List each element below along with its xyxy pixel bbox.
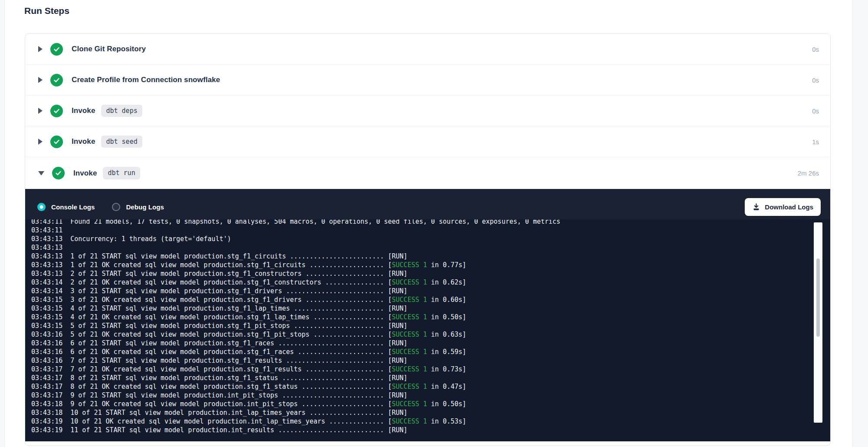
check-circle-icon — [50, 105, 63, 117]
step-label: Clone Git Repository — [72, 45, 146, 53]
page-left-gutter — [0, 0, 5, 447]
log-message: 9 of 21 START sql view model production.… — [70, 391, 408, 399]
code-badge: dbt seed — [101, 136, 142, 148]
download-logs-button[interactable]: Download Logs — [745, 198, 821, 216]
chevron-down-icon[interactable] — [38, 171, 44, 175]
log-line: 03:43:142 of 21 OK created sql view mode… — [31, 278, 830, 287]
log-timestamp: 03:43:13 — [31, 270, 62, 278]
log-line: 03:43:1911 of 21 START sql view model pr… — [31, 426, 830, 434]
log-message-tail: in 0.63s] — [427, 331, 466, 338]
log-line: 03:43:143 of 21 START sql view model pro… — [31, 287, 830, 295]
log-message: 8 of 21 START sql view model production.… — [70, 374, 408, 382]
log-line: 03:43:189 of 21 OK created sql view mode… — [31, 400, 830, 408]
log-line: 03:43:167 of 21 START sql view model pro… — [31, 356, 830, 365]
log-success-text: SUCCESS 1 — [392, 417, 427, 425]
console-scrollbar-track[interactable] — [814, 222, 822, 423]
log-line: 03:43:132 of 21 START sql view model pro… — [31, 269, 830, 278]
log-message-tail: in 0.60s] — [427, 296, 466, 304]
log-line: 03:43:166 of 21 START sql view model pro… — [31, 339, 830, 348]
step-row-clone-git-repository[interactable]: Clone Git Repository 0s — [25, 34, 830, 65]
log-line: 03:43:13 — [31, 243, 830, 252]
log-message: 1 of 21 START sql view model production.… — [70, 252, 408, 260]
chevron-right-icon[interactable] — [38, 46, 43, 52]
log-success-text: SUCCESS 1 — [392, 296, 427, 304]
log-message: 5 of 21 OK created sql view model produc… — [70, 331, 392, 338]
log-timestamp: 03:43:16 — [31, 339, 62, 347]
page-right-gutter — [852, 0, 868, 447]
log-timestamp: 03:43:15 — [31, 322, 62, 330]
radio-debug-logs[interactable]: Debug Logs — [112, 203, 164, 211]
step-row-invoke-dbt-deps[interactable]: Invoke dbt deps 0s — [25, 96, 830, 126]
log-success-text: SUCCESS 1 — [392, 261, 427, 269]
log-line: 03:43:165 of 21 OK created sql view mode… — [31, 330, 830, 339]
log-message-tail: in 0.77s] — [427, 261, 466, 269]
log-message: Concurrency: 1 threads (target='default'… — [70, 235, 231, 243]
log-line: 03:43:179 of 21 START sql view model pro… — [31, 391, 830, 400]
log-line: 03:43:131 of 21 OK created sql view mode… — [31, 261, 830, 269]
log-success-text: SUCCESS 1 — [392, 278, 427, 286]
log-timestamp: 03:43:13 — [31, 244, 62, 252]
log-success-text: SUCCESS 1 — [392, 383, 427, 391]
chevron-right-icon[interactable] — [38, 139, 43, 145]
log-message: 9 of 21 OK created sql view model produc… — [70, 400, 392, 408]
step-row-create-profile[interactable]: Create Profile from Connection snowflake… — [25, 65, 830, 96]
step-label: Create Profile from Connection snowflake — [72, 76, 220, 84]
chevron-right-icon[interactable] — [38, 108, 43, 114]
log-line: 03:43:155 of 21 START sql view model pro… — [31, 321, 830, 330]
log-line: 03:43:11Found 21 models, 17 tests, 0 sna… — [31, 219, 830, 226]
log-message: 10 of 21 OK created sql view model produ… — [70, 417, 392, 425]
log-message: 8 of 21 OK created sql view model produc… — [70, 383, 392, 391]
check-circle-icon — [52, 167, 65, 179]
log-message: 4 of 21 START sql view model production.… — [70, 305, 408, 312]
log-timestamp: 03:43:17 — [31, 391, 62, 399]
radio-label: Debug Logs — [126, 203, 164, 211]
log-message-tail: in 0.50s] — [427, 400, 466, 408]
download-icon — [752, 203, 760, 211]
step-duration: 1s — [812, 138, 819, 146]
log-message: 10 of 21 START sql view model production… — [70, 409, 408, 417]
log-line: 03:43:13Concurrency: 1 threads (target='… — [31, 235, 830, 243]
log-timestamp: 03:43:19 — [31, 417, 62, 425]
check-circle-icon — [50, 136, 63, 148]
log-timestamp: 03:43:13 — [31, 235, 62, 243]
console-scrollbar-thumb[interactable] — [816, 258, 820, 337]
step-label: Invoke — [72, 106, 95, 115]
log-success-text: SUCCESS 1 — [392, 348, 427, 356]
log-message-tail: in 0.47s] — [427, 383, 466, 391]
log-message-tail: in 0.73s] — [427, 365, 466, 373]
step-duration: 2m 26s — [798, 169, 819, 177]
log-line: 03:43:1910 of 21 OK created sql view mod… — [31, 417, 830, 426]
log-message-tail: in 0.53s] — [427, 417, 466, 425]
log-message: 1 of 21 OK created sql view model produc… — [70, 261, 392, 269]
step-duration: 0s — [812, 46, 819, 53]
log-line: 03:43:154 of 21 OK created sql view mode… — [31, 313, 830, 321]
log-line: 03:43:131 of 21 START sql view model pro… — [31, 252, 830, 261]
step-duration: 0s — [812, 76, 819, 84]
log-timestamp: 03:43:16 — [31, 331, 62, 338]
log-message: 2 of 21 START sql view model production.… — [70, 270, 408, 278]
log-timestamp: 03:43:11 — [31, 226, 62, 234]
log-success-text: SUCCESS 1 — [392, 365, 427, 373]
log-timestamp: 03:43:17 — [31, 374, 62, 382]
code-badge: dbt deps — [101, 105, 142, 117]
log-line: 03:43:177 of 21 OK created sql view mode… — [31, 365, 830, 374]
console-panel: Console Logs Debug Logs Download Logs — [25, 189, 830, 441]
log-message: 4 of 21 OK created sql view model produc… — [70, 313, 392, 321]
step-row-invoke-dbt-run[interactable]: Invoke dbt run 2m 26s — [25, 157, 830, 189]
log-timestamp: 03:43:17 — [31, 383, 62, 391]
radio-console-logs[interactable]: Console Logs — [37, 203, 95, 211]
page-title: Run Steps — [24, 6, 69, 16]
log-timestamp: 03:43:13 — [31, 252, 62, 260]
log-message: Found 21 models, 17 tests, 0 snapshots, … — [70, 219, 560, 225]
chevron-right-icon[interactable] — [38, 77, 43, 83]
step-row-invoke-dbt-seed[interactable]: Invoke dbt seed 1s — [25, 126, 830, 157]
log-line: 03:43:166 of 21 OK created sql view mode… — [31, 348, 830, 356]
log-success-text: SUCCESS 1 — [392, 313, 427, 321]
step-label: Invoke — [72, 137, 95, 146]
run-steps-page: Run Steps Clone Git Repository 0s Create… — [0, 0, 868, 447]
log-message: 7 of 21 OK created sql view model produc… — [70, 365, 392, 373]
log-message: 6 of 21 OK created sql view model produc… — [70, 348, 392, 356]
log-line: 03:43:1810 of 21 START sql view model pr… — [31, 408, 830, 417]
run-steps-card: Clone Git Repository 0s Create Profile f… — [25, 33, 831, 446]
log-message: 2 of 21 OK created sql view model produc… — [70, 278, 392, 286]
